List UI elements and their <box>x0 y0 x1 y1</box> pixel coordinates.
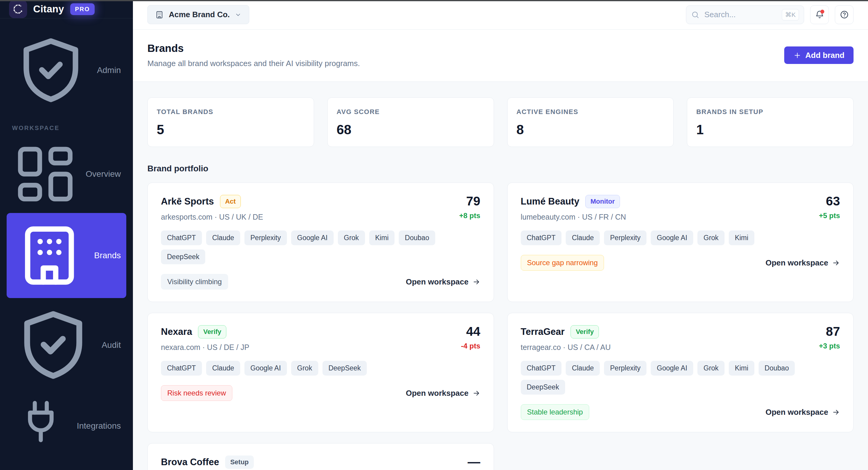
org-switcher[interactable]: Acme Brand Co. <box>147 5 249 24</box>
engine-chip-list: ChatGPTClaudePerplexityGoogle AIGrokKimi… <box>161 231 480 264</box>
search-input[interactable] <box>704 10 777 19</box>
sidebar-item-reports[interactable]: Reports <box>7 460 126 470</box>
help-button[interactable] <box>835 5 854 24</box>
stat-card-avg-score: AVG SCORE68 <box>327 97 494 147</box>
dashboard-grid-icon <box>12 141 79 207</box>
stage-badge: Verify <box>198 325 226 339</box>
engine-chip: Google AI <box>291 231 334 245</box>
add-brand-button[interactable]: Add brand <box>784 47 854 64</box>
brand-card-nexara: NexaraVerifynexara.com · US / DE / JP44-… <box>147 313 494 432</box>
engine-chip: Google AI <box>244 361 287 376</box>
help-circle-icon <box>840 10 849 19</box>
brand-score-block: 63+5 pts <box>819 195 840 220</box>
open-workspace-link[interactable]: Open workspace <box>766 408 840 417</box>
org-switcher-label: Acme Brand Co. <box>169 10 230 19</box>
stage-badge: Verify <box>570 325 599 339</box>
brand-card-header: Arkē SportsActarkesports.com · US / UK /… <box>161 195 480 222</box>
brand-name: Lumé Beauty <box>521 196 580 207</box>
plan-badge: PRO <box>70 3 95 15</box>
brand-card-footer: Source gap narrowingOpen workspace <box>521 255 840 271</box>
brand-identity: Lumé BeautyMonitorlumebeauty.com · US / … <box>521 195 626 222</box>
stage-badge: Setup <box>225 456 254 469</box>
engine-chip: Grok <box>291 361 318 376</box>
brand-name: Arkē Sports <box>161 196 214 207</box>
brand-domain: terragear.co · US / CA / AU <box>521 343 611 352</box>
engine-chip-list: ChatGPTClaudeGoogle AIGrokDeepSeek <box>161 361 480 376</box>
sidebar-workspace-list: OverviewBrandsAuditIntegrationsReportsAl… <box>7 136 126 470</box>
brand-card-lum-beauty: Lumé BeautyMonitorlumebeauty.com · US / … <box>507 182 854 302</box>
brand-name: TerraGear <box>521 326 565 337</box>
engine-chip: ChatGPT <box>521 361 562 376</box>
engine-chip: Claude <box>206 231 240 245</box>
engine-chip: Perplexity <box>604 231 647 245</box>
building-icon <box>155 10 164 19</box>
window-top-edge <box>0 0 868 1</box>
notification-dot <box>820 10 824 13</box>
brand-grid: Arkē SportsActarkesports.com · US / UK /… <box>147 182 854 470</box>
brand-domain: nexara.com · US / DE / JP <box>161 343 249 352</box>
notifications-button[interactable] <box>810 5 829 24</box>
engine-chip: ChatGPT <box>161 231 202 245</box>
engine-chip: ChatGPT <box>521 231 562 245</box>
status-badge: Visibility climbing <box>161 274 228 290</box>
engine-chip: ChatGPT <box>161 361 202 376</box>
sidebar-item-brands[interactable]: Brands <box>7 213 126 298</box>
search-box[interactable]: ⌘K <box>686 5 804 24</box>
sidebar-item-overview[interactable]: Overview <box>7 136 126 212</box>
stat-value: 68 <box>337 123 485 136</box>
stat-label: ACTIVE ENGINES <box>517 108 664 116</box>
engine-chip: Claude <box>566 231 600 245</box>
sidebar-item-audit[interactable]: Audit <box>7 299 126 391</box>
brand-card-ark-sports: Arkē SportsActarkesports.com · US / UK /… <box>147 182 494 302</box>
brand-card-header: Brova CoffeeSetupbrova.coffee · US / SG—… <box>161 456 480 470</box>
stat-card-total-brands: TOTAL BRANDS5 <box>147 97 314 147</box>
plus-icon <box>793 51 801 59</box>
brand-score: 44 <box>461 325 480 338</box>
open-workspace-link[interactable]: Open workspace <box>406 277 480 287</box>
page-content: TOTAL BRANDS5AVG SCORE68ACTIVE ENGINES8B… <box>133 82 868 470</box>
sidebar-top-list: Admin <box>7 26 126 114</box>
open-workspace-link[interactable]: Open workspace <box>406 388 480 398</box>
brand-score-block: 79+8 pts <box>459 195 480 220</box>
topbar: Acme Brand Co. ⌘K <box>133 0 868 30</box>
status-badge: Stable leadership <box>521 404 589 420</box>
score-delta: -4 pts <box>461 342 480 350</box>
brand-identity: NexaraVerifynexara.com · US / DE / JP <box>161 325 249 352</box>
page-header-text: Brands Manage all brand workspaces and t… <box>147 42 360 68</box>
document-icon <box>12 466 84 470</box>
building-icon <box>12 218 87 293</box>
status-badge: Source gap narrowing <box>521 255 604 271</box>
brand-card-footer: Stable leadershipOpen workspace <box>521 404 840 420</box>
engine-chip: Google AI <box>651 231 693 245</box>
sidebar-item-label: Admin <box>97 65 121 75</box>
engine-chip: DeepSeek <box>161 249 205 264</box>
app-root: Citany PRO Admin WORKSPACE OverviewBrand… <box>0 0 868 470</box>
app-name: Citany <box>33 3 64 15</box>
sidebar-nav: Admin WORKSPACE OverviewBrandsAuditInteg… <box>0 19 133 470</box>
engine-chip: Perplexity <box>244 231 287 245</box>
open-workspace-link[interactable]: Open workspace <box>766 258 840 268</box>
shield-check-icon <box>12 31 90 109</box>
engine-chip: Claude <box>566 361 600 376</box>
engine-chip: Doubao <box>758 361 795 376</box>
sidebar-item-label: Audit <box>101 340 121 350</box>
arrow-right-icon <box>832 408 840 416</box>
brand-card-header: TerraGearVerifyterragear.co · US / CA / … <box>521 325 840 352</box>
engine-chip: Kimi <box>729 231 754 245</box>
open-workspace-label: Open workspace <box>766 408 828 417</box>
stat-label: TOTAL BRANDS <box>157 108 305 116</box>
score-delta: +5 pts <box>819 211 840 220</box>
engine-chip: Doubao <box>399 231 435 245</box>
engine-chip: Grok <box>698 231 724 245</box>
stage-badge: Act <box>220 195 241 208</box>
sidebar-item-integrations[interactable]: Integrations <box>7 392 126 460</box>
citany-logo-icon <box>9 0 27 18</box>
sidebar-item-admin[interactable]: Admin <box>7 26 126 114</box>
topbar-actions: ⌘K <box>686 5 854 24</box>
engine-chip: Kimi <box>369 231 395 245</box>
arrow-right-icon <box>472 278 480 286</box>
brand-card-header: Lumé BeautyMonitorlumebeauty.com · US / … <box>521 195 840 222</box>
main-area: Acme Brand Co. ⌘K Brands <box>133 0 868 470</box>
engine-chip-list: ChatGPTClaudePerplexityGoogle AIGrokKimi… <box>521 361 840 394</box>
stat-value: 8 <box>517 123 664 136</box>
